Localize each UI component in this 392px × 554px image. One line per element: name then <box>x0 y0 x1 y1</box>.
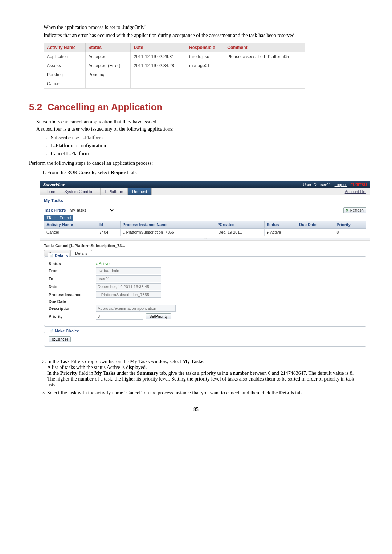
steps-list: From the ROR Console, select Request tab… <box>29 170 363 176</box>
task-filters-label: Task Filters <box>44 208 66 212</box>
step-2: In the Task Filters drop-down list on th… <box>47 359 363 388</box>
status-table: Activity Name Status Date Responsible Co… <box>44 43 305 89</box>
task-filters-select[interactable]: My Tasks <box>68 207 115 213</box>
from-label: From <box>49 268 96 273</box>
th-status: Status <box>85 43 131 52</box>
main-tabs: Home System Condition L-Platform Request… <box>40 188 370 195</box>
tasks-table: Activity Name Id Process Instance Name *… <box>44 221 366 236</box>
process-instance-field <box>96 291 161 298</box>
section-p3: Perform the following steps to cancel an… <box>29 160 363 166</box>
list-item: Cancel L-Platform <box>51 151 363 157</box>
task-count-bar: 1Tasks Found <box>44 215 73 221</box>
process-instance-label: Process Instance <box>49 292 96 297</box>
section-heading: 5.2 Cancelling an Application <box>29 102 363 113</box>
vendor-logo: FUJITSU <box>350 182 367 187</box>
logout-link[interactable]: Logout <box>335 182 347 187</box>
th-date: Date <box>131 43 186 52</box>
description-field <box>96 305 176 312</box>
priority-label: Priority <box>49 314 96 319</box>
tab-home[interactable]: Home <box>40 188 60 195</box>
status-value: Active <box>96 262 110 266</box>
step-1: From the ROR Console, select Request tab… <box>47 170 363 176</box>
section-bullets: Subscribe use L-Platform L-Platform reco… <box>36 135 363 157</box>
account-link[interactable]: Account Hel <box>341 188 370 195</box>
tab-request[interactable]: Request <box>128 188 152 195</box>
steps-list-cont: In the Task Filters drop-down list on th… <box>29 359 363 396</box>
intro-bullet-text: When the application process is set to '… <box>44 25 146 30</box>
col-process[interactable]: Process Instance Name <box>120 221 216 229</box>
priority-field[interactable] <box>96 313 143 320</box>
status-label: Status <box>49 262 96 266</box>
serverview-screenshot: ServerView User ID: user01 Logout FUJITS… <box>40 181 370 352</box>
table-row: Pending Pending <box>44 70 305 79</box>
to-label: To <box>49 276 96 281</box>
intro-bullet-desc: Indicates that an error has occurred wit… <box>44 33 363 38</box>
make-choice-legend: Make Choice <box>48 329 81 333</box>
tab-details[interactable]: Details <box>70 250 92 256</box>
tab-lplatform[interactable]: L-Platform <box>101 188 128 195</box>
from-field <box>96 267 161 274</box>
col-priority[interactable]: Priority <box>334 221 366 229</box>
section-p1: Subscribers can cancel an application th… <box>36 119 363 125</box>
col-due[interactable]: Due Date <box>297 221 334 229</box>
section-p2: A subscriber is a user who issued any of… <box>36 126 363 132</box>
table-row: Cancel <box>44 79 305 89</box>
table-row: Assess Accepted (Error) 2011-12-19 02:34… <box>44 61 305 70</box>
step-3: Select the task with the activity name "… <box>47 390 363 396</box>
window-titlebar: ServerView User ID: user01 Logout FUJITS… <box>40 181 370 188</box>
cancel-choice-button[interactable]: 0:Cancel <box>49 336 71 342</box>
intro-list: When the application process is set to '… <box>29 25 363 38</box>
due-date-label: Due Date <box>49 299 96 304</box>
task-detail-title: Task: Cancel [L-PlatformSubscription_73.… <box>44 243 366 248</box>
col-created[interactable]: *Created <box>216 221 264 229</box>
list-item: L-Platform reconfiguration <box>51 143 363 149</box>
details-legend: Details <box>48 253 69 258</box>
table-row: Application Accepted 2011-12-19 02:29:31… <box>44 52 305 61</box>
task-row[interactable]: Cancel 7404 L-PlatformSubscription_7355 … <box>44 229 366 236</box>
refresh-button[interactable]: Refresh <box>343 207 366 213</box>
user-id-label: User ID: user01 <box>303 182 331 187</box>
section-rule <box>29 114 363 114</box>
page-number: - 85 - <box>29 407 363 413</box>
set-priority-button[interactable]: SetPriority <box>146 313 171 319</box>
date-label: Date <box>49 284 96 289</box>
date-field <box>96 283 161 290</box>
col-activity[interactable]: Activity Name <box>44 221 97 229</box>
th-activity: Activity Name <box>44 43 86 52</box>
status-badge: Active <box>264 229 297 236</box>
page-title: My Tasks <box>44 198 366 203</box>
splitter-handle[interactable]: ▪▪▪ <box>40 238 370 241</box>
app-brand: ServerView <box>43 182 65 187</box>
make-choice-fieldset: Make Choice 0:Cancel <box>44 332 366 347</box>
col-status[interactable]: Status <box>264 221 297 229</box>
intro-bullet: When the application process is set to '… <box>44 25 363 38</box>
tab-system-condition[interactable]: System Condition <box>60 188 100 195</box>
detail-tabs: Summary Details <box>44 250 366 256</box>
col-id[interactable]: Id <box>97 221 120 229</box>
th-responsible: Responsible <box>186 43 224 52</box>
to-field <box>96 275 161 282</box>
th-comment: Comment <box>224 43 305 52</box>
details-fieldset: Details Status Active From To Date Proce… <box>44 256 366 327</box>
list-item: Subscribe use L-Platform <box>51 135 363 141</box>
description-label: Description <box>49 306 96 311</box>
